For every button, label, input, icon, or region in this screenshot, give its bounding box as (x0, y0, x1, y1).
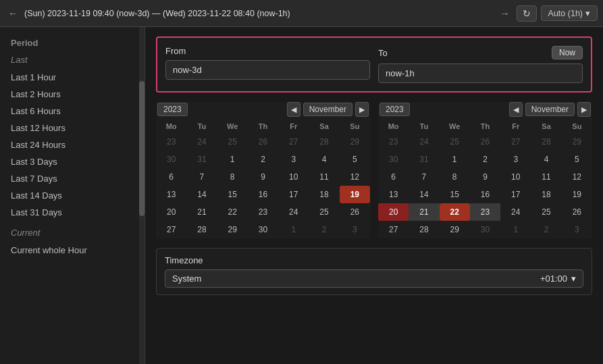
calendar-day[interactable]: 22 (217, 203, 248, 221)
calendar-day[interactable]: 4 (309, 151, 339, 168)
calendar-day[interactable]: 23 (470, 203, 500, 221)
calendar-day[interactable]: 29 (562, 133, 592, 151)
calendar-day[interactable]: 3 (278, 151, 309, 168)
calendar-day[interactable]: 14 (409, 186, 439, 203)
calendar-day[interactable]: 25 (440, 133, 470, 151)
sidebar-item-last-2-hours[interactable]: Last 2 Hours (0, 86, 145, 103)
calendar-day[interactable]: 25 (217, 133, 248, 151)
calendar-day[interactable]: 24 (409, 133, 439, 151)
calendar-day[interactable]: 27 (378, 221, 409, 238)
sidebar-item-current-whole-hour[interactable]: Current whole Hour (0, 242, 145, 259)
calendar-day[interactable]: 17 (500, 186, 531, 203)
calendar-day[interactable]: 27 (278, 133, 309, 151)
calendar-day[interactable]: 24 (500, 203, 531, 221)
calendar-day[interactable]: 22 (440, 203, 470, 221)
calendar-day[interactable]: 7 (409, 168, 439, 186)
calendar-day[interactable]: 15 (217, 186, 248, 203)
calendar-day[interactable]: 3 (340, 221, 370, 238)
calendar-day[interactable]: 26 (340, 203, 370, 221)
calendar-day[interactable]: 30 (378, 151, 409, 168)
sidebar-item-last-3-days[interactable]: Last 3 Days (0, 153, 145, 170)
calendar-day[interactable]: 13 (156, 186, 186, 203)
calendar-day[interactable]: 12 (340, 168, 370, 186)
calendar-day[interactable]: 5 (340, 151, 370, 168)
sidebar-item-last-24-hours[interactable]: Last 24 Hours (0, 136, 145, 153)
to-calendar-next-button[interactable]: ▶ (577, 102, 591, 117)
now-button[interactable]: Now (552, 46, 583, 59)
calendar-day[interactable]: 16 (470, 186, 500, 203)
calendar-day[interactable]: 20 (156, 203, 186, 221)
calendar-day[interactable]: 10 (278, 168, 309, 186)
from-calendar-year[interactable]: 2023 (157, 103, 188, 116)
from-input[interactable] (165, 60, 370, 80)
calendar-day[interactable]: 4 (531, 151, 561, 168)
calendar-day[interactable]: 23 (378, 133, 409, 151)
calendar-day[interactable]: 24 (186, 133, 217, 151)
to-input[interactable] (378, 63, 583, 83)
calendar-day[interactable]: 11 (309, 168, 339, 186)
sidebar-item-last-7-days[interactable]: Last 7 Days (0, 170, 145, 187)
sidebar-item-last-12-hours[interactable]: Last 12 Hours (0, 120, 145, 136)
calendar-day[interactable]: 27 (156, 221, 186, 238)
calendar-day[interactable]: 18 (531, 186, 561, 203)
calendar-day[interactable]: 20 (378, 203, 409, 221)
calendar-day[interactable]: 28 (309, 133, 339, 151)
calendar-day[interactable]: 1 (500, 221, 531, 238)
from-calendar-next-button[interactable]: ▶ (355, 102, 369, 117)
timezone-row[interactable]: System +01:00 ▾ (165, 269, 583, 288)
calendar-day[interactable]: 17 (278, 186, 309, 203)
calendar-day[interactable]: 29 (217, 221, 248, 238)
calendar-day[interactable]: 21 (409, 203, 439, 221)
calendar-day[interactable]: 31 (409, 151, 439, 168)
refresh-button[interactable]: ↻ (517, 5, 537, 22)
calendar-day[interactable]: 2 (248, 151, 278, 168)
calendar-day[interactable]: 1 (217, 151, 248, 168)
calendar-day[interactable]: 11 (531, 168, 561, 186)
calendar-day[interactable]: 27 (500, 133, 531, 151)
calendar-day[interactable]: 31 (186, 151, 217, 168)
calendar-day[interactable]: 16 (248, 186, 278, 203)
calendar-day[interactable]: 29 (340, 133, 370, 151)
calendar-day[interactable]: 26 (470, 133, 500, 151)
calendar-day[interactable]: 2 (309, 221, 339, 238)
scrollbar-thumb[interactable] (139, 81, 145, 216)
calendar-day[interactable]: 26 (248, 133, 278, 151)
calendar-day[interactable]: 25 (531, 203, 561, 221)
calendar-day[interactable]: 9 (470, 168, 500, 186)
sidebar-item-last-6-hours[interactable]: Last 6 Hours (0, 103, 145, 120)
calendar-day[interactable]: 21 (186, 203, 217, 221)
forward-arrow-button[interactable]: → (498, 7, 513, 20)
calendar-day[interactable]: 8 (440, 168, 470, 186)
calendar-day[interactable]: 15 (440, 186, 470, 203)
calendar-day[interactable]: 3 (562, 221, 592, 238)
to-calendar-year[interactable]: 2023 (379, 103, 410, 116)
calendar-day[interactable]: 28 (186, 221, 217, 238)
sidebar-item-last-14-days[interactable]: Last 14 Days (0, 187, 145, 204)
sidebar-item-last-31-days[interactable]: Last 31 Days (0, 204, 145, 221)
calendar-day[interactable]: 9 (248, 168, 278, 186)
calendar-day[interactable]: 19 (562, 186, 592, 203)
calendar-day[interactable]: 8 (217, 168, 248, 186)
calendar-day[interactable]: 19 (340, 186, 370, 203)
calendar-day[interactable]: 28 (409, 221, 439, 238)
calendar-day[interactable]: 30 (156, 151, 186, 168)
calendar-day[interactable]: 26 (562, 203, 592, 221)
calendar-day[interactable]: 5 (562, 151, 592, 168)
calendar-day[interactable]: 6 (156, 168, 186, 186)
calendar-day[interactable]: 23 (248, 203, 278, 221)
calendar-day[interactable]: 23 (156, 133, 186, 151)
calendar-day[interactable]: 1 (440, 151, 470, 168)
calendar-day[interactable]: 1 (278, 221, 309, 238)
to-calendar-prev-button[interactable]: ◀ (509, 102, 523, 117)
calendar-day[interactable]: 14 (186, 186, 217, 203)
auto-refresh-button[interactable]: Auto (1h) ▾ (541, 5, 598, 21)
sidebar-item-last-1-hour[interactable]: Last 1 Hour (0, 69, 145, 86)
calendar-day[interactable]: 29 (440, 221, 470, 238)
calendar-day[interactable]: 18 (309, 186, 339, 203)
from-calendar-prev-button[interactable]: ◀ (287, 102, 300, 117)
calendar-day[interactable]: 13 (378, 186, 409, 203)
calendar-day[interactable]: 6 (378, 168, 409, 186)
calendar-day[interactable]: 2 (470, 151, 500, 168)
calendar-day[interactable]: 25 (309, 203, 339, 221)
calendar-day[interactable]: 7 (186, 168, 217, 186)
